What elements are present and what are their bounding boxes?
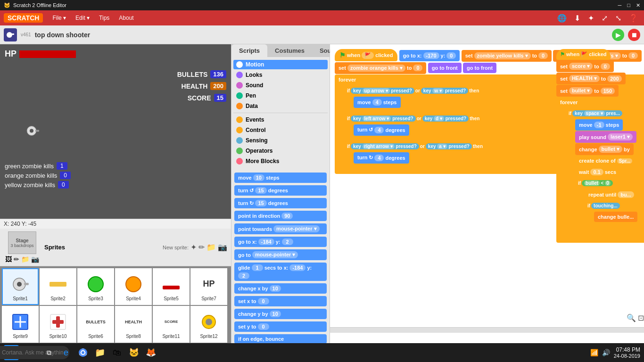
block-forever-2[interactable]: forever if key space ▾ pres... move -1 s… <box>556 97 644 243</box>
block-glide-y[interactable]: 2 <box>238 272 249 279</box>
menu-edit[interactable]: Edit ▾ <box>72 13 93 23</box>
sprite-item-sprite6[interactable]: BULLETS Sprite6 <box>77 306 114 343</box>
block-y-input[interactable]: 2 <box>282 239 293 245</box>
block-turn-left-input[interactable]: 15 <box>255 187 266 194</box>
block-set-score[interactable]: set score ▾ to 0 <box>556 60 614 72</box>
block-turn-right-4[interactable]: turn ↻ 4 degrees <box>354 152 409 164</box>
block-set-y[interactable]: set y to 0 <box>234 321 327 332</box>
taskbar-task-view[interactable]: ⧉ <box>41 345 57 360</box>
sprite-item-sprite8[interactable]: HEALTH Sprite8 <box>115 306 152 343</box>
block-goto-dropdown[interactable]: mouse-pointer ▾ <box>252 251 298 258</box>
menu-file[interactable]: File ▾ <box>49 13 70 23</box>
sprite-item-sprite2[interactable]: Sprite2 <box>40 268 76 305</box>
block-go-to-front-2[interactable]: go to front <box>463 63 496 73</box>
sprite-item-sprite7[interactable]: HP Sprite7 <box>190 268 227 305</box>
block-point-direction[interactable]: point in direction 90 <box>234 211 327 221</box>
block-set-zombie-orange[interactable]: set zombie orange kills ▾ to 0 <box>335 62 426 74</box>
sprite-item-sprite12[interactable]: Sprite12 <box>190 306 227 343</box>
block-goto-xy[interactable]: go to x: -184 y: 2 <box>234 237 327 247</box>
menu-about[interactable]: About <box>115 13 137 23</box>
sprite-item-sprite5[interactable]: Sprite5 <box>153 268 190 305</box>
menu-tips[interactable]: Tips <box>95 13 113 23</box>
block-turn-left[interactable]: turn ↺ 15 degrees <box>234 185 327 196</box>
block-change-x[interactable]: change x by 10 <box>234 283 327 294</box>
camera-sprite-icon[interactable]: 📷 <box>218 243 227 252</box>
block-glide-x[interactable]: -184 <box>289 264 305 271</box>
cat-looks[interactable]: Looks <box>233 70 328 80</box>
paint-backdrop-icon[interactable]: ✏ <box>14 255 19 263</box>
block-goto[interactable]: go to mouse-pointer ▾ <box>234 249 327 260</box>
block-play-sound[interactable]: play sound laser1 ▾ <box>575 131 636 143</box>
block-change-x-input[interactable]: 10 <box>270 285 281 292</box>
help-icon[interactable]: ❓ <box>627 13 640 24</box>
cat-pen[interactable]: Pen <box>233 91 328 100</box>
block-wait[interactable]: wait 0.1 secs <box>575 166 620 178</box>
block-set-x[interactable]: set x to 0 <box>234 296 327 306</box>
download-icon[interactable]: ⬇ <box>572 13 582 24</box>
globe-icon[interactable]: 🌐 <box>555 13 569 24</box>
new-backdrop-icon[interactable]: 🖼 <box>5 255 12 263</box>
block-set-zombie-yellow[interactable]: set zombie yellow kills ▾ to 0 <box>462 50 552 62</box>
sprite-item-sprite1[interactable]: Sprite1 <box>2 268 39 305</box>
taskbar-explorer[interactable]: 📁 <box>92 345 107 360</box>
tab-costumes[interactable]: Costumes <box>267 44 312 57</box>
taskbar-scratch[interactable]: 🐱 <box>126 345 141 360</box>
cat-more-blocks[interactable]: More Blocks <box>233 156 328 166</box>
compress-icon[interactable]: ⤡ <box>613 13 623 24</box>
sprite-item-sprite11[interactable]: SCORE Sprite11 <box>153 306 190 343</box>
zoom-reset-icon[interactable]: ⊡ <box>638 313 644 322</box>
cat-data[interactable]: Data <box>233 101 328 111</box>
block-change-bullet[interactable]: change bullet ▾ by <box>575 143 634 155</box>
paint-sprite-icon[interactable]: ✏ <box>198 243 205 252</box>
block-direction-input[interactable]: 90 <box>281 213 293 219</box>
close-button[interactable]: ✕ <box>636 2 640 8</box>
block-if-space[interactable]: if key space ▾ pres... move -1 steps pla… <box>566 108 644 238</box>
cat-sound[interactable]: Sound <box>233 81 328 90</box>
cat-events[interactable]: Events <box>233 115 328 124</box>
taskbar-chrome[interactable] <box>75 345 91 360</box>
taskbar-extra[interactable]: 🦊 <box>143 345 158 360</box>
cat-control[interactable]: Control <box>233 125 328 135</box>
tab-scripts[interactable]: Scripts <box>231 44 267 57</box>
sprite-item-sprite3[interactable]: Sprite3 <box>77 268 114 305</box>
block-move-input[interactable]: 10 <box>253 174 264 181</box>
cat-motion[interactable]: Motion <box>233 60 328 69</box>
block-change-y-input[interactable]: 10 <box>270 311 281 317</box>
block-create-clone[interactable]: create clone of Spr... <box>575 156 636 166</box>
zoom-in-icon[interactable]: 🔍 <box>627 313 636 322</box>
block-glide-secs[interactable]: 1 <box>252 264 263 271</box>
expand-icon[interactable]: ✦ <box>586 13 596 24</box>
cat-sensing[interactable]: Sensing <box>233 136 328 145</box>
block-x-input[interactable]: -184 <box>258 239 274 245</box>
block-turn-right-input[interactable]: 15 <box>255 200 266 206</box>
new-sprite-star-icon[interactable]: ✦ <box>190 243 197 252</box>
block-set-x-input[interactable]: 0 <box>258 298 269 304</box>
horizontal-scrollbar[interactable] <box>330 327 644 333</box>
fullscreen-icon[interactable]: ⤢ <box>600 13 610 24</box>
block-set-y-input[interactable]: 0 <box>258 323 269 330</box>
block-repeat-until[interactable]: repeat until bu... <box>585 189 638 200</box>
minimize-button[interactable]: ─ <box>618 2 622 8</box>
block-turn-left-4[interactable]: turn ↺ 4 degrees <box>354 124 409 136</box>
block-set-bullet[interactable]: set bullet ▾ to 150 <box>556 85 619 97</box>
taskbar-edge[interactable]: e <box>58 345 74 360</box>
block-change-y[interactable]: change y by 10 <box>234 309 327 319</box>
sprite-item-sprite4[interactable]: Sprite4 <box>115 268 152 305</box>
taskbar-store[interactable]: 🛍 <box>109 345 124 360</box>
upload-sprite-icon[interactable]: 📁 <box>206 243 216 252</box>
block-when-clicked-1[interactable]: ⚑ when 🚩 clicked <box>335 49 397 61</box>
block-turn-right[interactable]: turn ↻ 15 degrees <box>234 198 327 208</box>
maximize-button[interactable]: □ <box>627 2 630 8</box>
block-edge-bounce[interactable]: if on edge, bounce <box>234 334 327 344</box>
upload-backdrop-icon[interactable]: 📁 <box>21 255 29 263</box>
block-change-bulle[interactable]: change bulle... <box>594 212 637 222</box>
block-glide[interactable]: glide 1 secs to x: -184 y: 2 <box>234 263 327 281</box>
cat-operators[interactable]: Operators <box>233 146 328 156</box>
block-move[interactable]: move 10 steps <box>234 173 327 183</box>
green-flag-button[interactable]: ▶ <box>612 29 624 41</box>
block-go-to-front-1[interactable]: go to front <box>428 63 462 73</box>
stop-button[interactable]: ⏹ <box>628 29 640 41</box>
block-move-neg1[interactable]: move -1 steps <box>575 119 623 131</box>
block-goto-xy-1[interactable]: go to x: -170 y: 0 <box>399 50 460 61</box>
block-if-bullet[interactable]: if bullet < 0 repeat until bu... if touc… <box>575 178 644 232</box>
